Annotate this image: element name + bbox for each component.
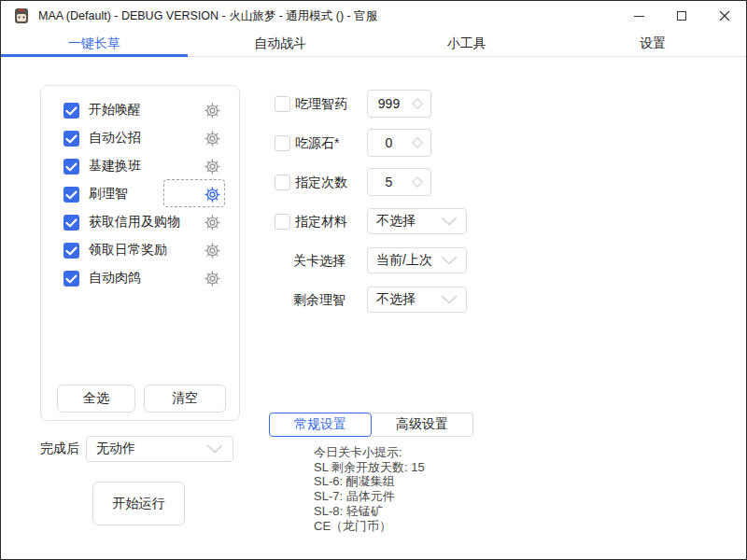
minimize-button[interactable]	[617, 1, 660, 31]
option-label-remaining-sanity: 剩余理智	[293, 292, 345, 309]
tab-advanced-settings[interactable]: 高级设置	[372, 413, 473, 437]
task-row-fight-sanity: 刷理智	[41, 180, 239, 208]
checkbox-wake-up[interactable]	[63, 103, 79, 119]
dropdown-value: 当前/上次	[376, 252, 432, 269]
clear-button[interactable]: 清空	[144, 385, 226, 413]
window-controls	[617, 1, 746, 31]
tab-label: 小工具	[447, 35, 486, 52]
after-action-label: 完成后	[40, 441, 79, 457]
gear-icon[interactable]	[204, 159, 220, 175]
remaining-sanity-dropdown[interactable]: 不选择	[367, 287, 467, 313]
app-window: MAA (Default) - DEBUG VERSION - 火山旅梦 - 通…	[0, 0, 747, 560]
close-button[interactable]	[703, 1, 746, 31]
task-label: 自动公招	[89, 130, 141, 147]
task-label: 自动肉鸽	[89, 270, 141, 287]
tab-general-settings[interactable]: 常规设置	[269, 413, 372, 437]
checkbox-fight-sanity[interactable]	[63, 187, 79, 203]
titlebar: MAA (Default) - DEBUG VERSION - 火山旅梦 - 通…	[1, 1, 746, 31]
chevron-down-icon	[206, 444, 223, 454]
chevron-down-icon	[441, 217, 458, 226]
checkbox-specified-times[interactable]	[275, 175, 290, 190]
tab-auto-battle[interactable]: 自动战斗	[188, 31, 374, 56]
task-row-wake-up: 开始唤醒	[41, 96, 239, 124]
after-action-dropdown[interactable]: 无动作	[86, 436, 233, 462]
option-label-stage-select: 关卡选择	[293, 253, 345, 270]
tips-line: CE（龙门币）	[314, 519, 425, 534]
tab-tools[interactable]: 小工具	[374, 31, 560, 56]
material-dropdown[interactable]: 不选择	[367, 208, 467, 234]
tab-settings[interactable]: 设置	[560, 31, 747, 56]
task-row-daily-rewards: 领取日常奖励	[41, 236, 239, 264]
tab-farming[interactable]: 一键长草	[1, 31, 188, 56]
stepper-icon	[410, 96, 425, 111]
dropdown-value: 不选择	[376, 213, 416, 230]
stepper-icon	[410, 175, 425, 189]
times-stepper[interactable]: 5	[367, 168, 431, 196]
nav-tabbar: 一键长草 自动战斗 小工具 设置	[1, 31, 746, 57]
active-tab-underline	[1, 54, 188, 57]
task-label: 开始唤醒	[89, 102, 141, 119]
stepper-icon	[410, 135, 425, 150]
option-label-sanity-potion: 吃理智药	[295, 96, 347, 113]
checkbox-recruit[interactable]	[63, 131, 79, 147]
gear-icon[interactable]	[204, 187, 220, 203]
chevron-down-icon	[441, 256, 458, 265]
task-label: 刷理智	[89, 186, 128, 203]
window-title: MAA (Default) - DEBUG VERSION - 火山旅梦 - 通…	[38, 8, 377, 24]
minimize-icon	[634, 16, 644, 17]
checkbox-roguelike[interactable]	[63, 271, 79, 287]
maximize-icon	[677, 11, 686, 21]
checkbox-credit-shop[interactable]	[63, 215, 79, 231]
tips-line: SL-8: 轻锰矿	[314, 504, 425, 519]
originite-stepper[interactable]: 0	[367, 129, 431, 157]
checkbox-use-sanity-potion[interactable]	[275, 96, 290, 112]
maximize-button[interactable]	[660, 1, 703, 31]
tab-label: 设置	[640, 35, 666, 52]
dropdown-value: 不选择	[376, 291, 416, 308]
settings-tab-group: 常规设置 高级设置	[269, 413, 473, 437]
checkbox-base-shift[interactable]	[63, 159, 79, 175]
app-icon	[13, 7, 30, 24]
task-row-credit-shop: 获取信用及购物	[41, 208, 239, 236]
start-run-button[interactable]: 开始运行	[92, 482, 185, 525]
gear-icon[interactable]	[204, 271, 220, 287]
option-label-originite: 吃源石*	[295, 135, 339, 152]
checkbox-use-originite[interactable]	[275, 135, 290, 151]
task-row-roguelike: 自动肉鸽	[41, 264, 239, 292]
checkbox-daily-rewards[interactable]	[63, 243, 79, 259]
option-label-material: 指定材料	[295, 214, 347, 231]
chevron-down-icon	[441, 295, 458, 304]
tips-line: SL-7: 晶体元件	[314, 489, 425, 504]
task-row-recruit: 自动公招	[41, 124, 239, 152]
stepper-value: 5	[368, 175, 410, 189]
gear-icon[interactable]	[204, 243, 220, 259]
tab-label: 一键长草	[68, 35, 120, 52]
tips-line: SL 剩余开放天数: 15	[314, 460, 425, 475]
task-label: 基建换班	[89, 158, 141, 175]
stage-select-dropdown[interactable]: 当前/上次	[367, 247, 467, 273]
tips-line: SL-6: 酮凝集组	[314, 474, 425, 489]
select-all-button[interactable]: 全选	[57, 385, 135, 413]
after-action-value: 无动作	[96, 441, 135, 457]
close-icon	[719, 10, 730, 21]
checkbox-specified-material[interactable]	[275, 214, 290, 230]
task-label: 领取日常奖励	[89, 242, 167, 259]
tips-title: 今日关卡小提示:	[314, 445, 425, 460]
gear-icon[interactable]	[204, 131, 220, 147]
task-row-base-shift: 基建换班	[41, 152, 239, 180]
stepper-value: 999	[368, 96, 410, 111]
task-list-card: 开始唤醒 自动公招 基建换班 刷理智 获取信用及购物 领取日常奖励	[40, 85, 240, 421]
task-label: 获取信用及购物	[89, 214, 180, 231]
stage-tips: 今日关卡小提示: SL 剩余开放天数: 15 SL-6: 酮凝集组 SL-7: …	[314, 445, 425, 533]
gear-icon[interactable]	[204, 103, 220, 119]
gear-icon[interactable]	[204, 215, 220, 231]
option-label-times: 指定次数	[295, 175, 347, 191]
sanity-potion-stepper[interactable]: 999	[367, 90, 431, 118]
stepper-value: 0	[368, 135, 410, 150]
tab-label: 自动战斗	[254, 35, 306, 52]
